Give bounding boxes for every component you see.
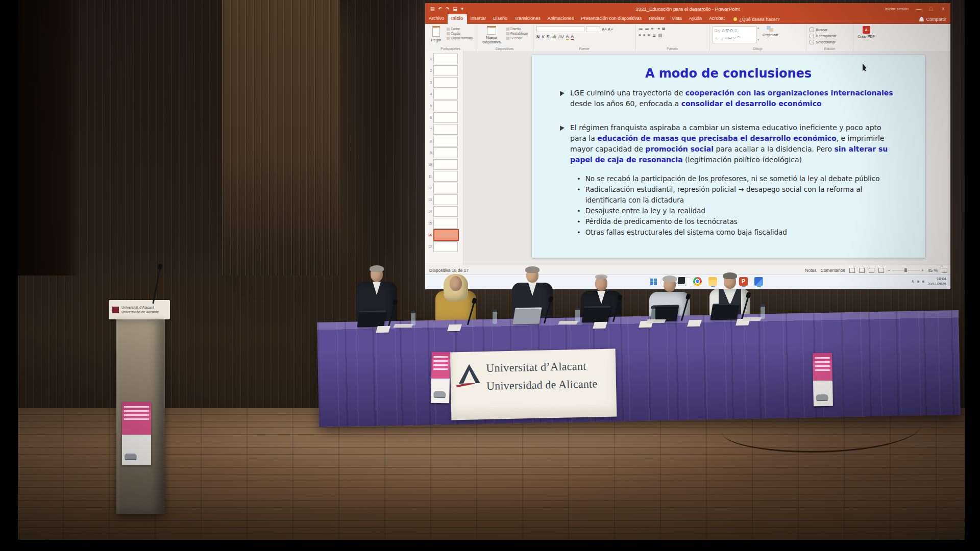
banner-line2: Universidad de Alicante [486, 377, 598, 393]
lectern-sign-line2: Universidad de Alicante [121, 310, 159, 314]
laptop [710, 304, 739, 320]
papers [393, 324, 413, 328]
auditorium-scene: ▤ ↶ ↷ ⬓ ▾ 2021_Educación para el desarro… [18, 0, 965, 540]
name-card [376, 325, 390, 332]
name-card [593, 321, 607, 328]
conference-poster [122, 402, 151, 465]
water-bottle [575, 308, 580, 322]
table-microphone [612, 299, 621, 322]
water-bottle [411, 311, 415, 325]
table-microphone [544, 300, 552, 323]
table-microphone [741, 297, 749, 320]
name-card [687, 320, 702, 327]
table-microphone [388, 304, 396, 327]
lectern-sign-line1: Universitat d’Alacant [121, 305, 159, 310]
university-logo [458, 364, 480, 384]
papers [646, 319, 666, 323]
papers [558, 321, 578, 324]
university-logo-small [112, 307, 119, 313]
conference-poster [813, 353, 833, 407]
water-bottle [493, 309, 497, 324]
table-microphone [467, 302, 475, 325]
video-frame: ▤ ↶ ↷ ⬓ ▾ 2021_Educación para el desarro… [0, 0, 980, 551]
laptop [581, 306, 610, 323]
lectern-sign: Universitat d’Alacant Universidad de Ali… [109, 300, 170, 319]
table-banner: Universitat d’Alacant Universidad de Ali… [450, 349, 617, 420]
banner-line1: Universitat d’Alacant [486, 359, 597, 375]
laptop [512, 307, 542, 324]
laptop [357, 310, 386, 327]
name-card [447, 324, 462, 331]
water-bottle [761, 304, 765, 319]
papers [742, 317, 762, 321]
conference-poster [431, 352, 450, 404]
table-microphone [681, 298, 689, 321]
